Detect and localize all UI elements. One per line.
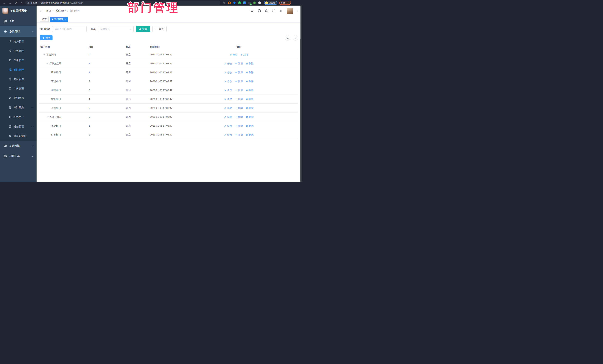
plus-icon (235, 125, 237, 127)
refresh-table-button[interactable] (293, 35, 298, 41)
fullscreen-icon[interactable] (272, 9, 276, 13)
add-child-link[interactable]: 新增 (235, 133, 243, 136)
home-icon[interactable]: ⌂ (19, 1, 24, 4)
status-select[interactable]: 菜单状态 (98, 26, 134, 32)
add-child-link[interactable]: 新增 (235, 124, 243, 128)
delete-link[interactable]: 删除 (246, 133, 254, 136)
edit-link[interactable]: 修改 (224, 115, 232, 119)
reload-icon[interactable]: ⟳ (13, 1, 19, 4)
caret-down-icon[interactable]: ▾ (297, 10, 298, 12)
sidebar-item-home[interactable]: 首页 (0, 16, 36, 26)
back-icon[interactable]: ← (1, 1, 7, 4)
sidebar-item-roles[interactable]: 角色管理 (0, 46, 36, 55)
extension-icon[interactable]: ✓ (238, 1, 241, 4)
edit-link[interactable]: 修改 (224, 98, 232, 101)
table-tools (285, 35, 298, 41)
edit-link[interactable]: 修改 (224, 62, 232, 65)
active-dot (52, 19, 53, 20)
close-icon[interactable]: × (64, 18, 66, 21)
delete-link[interactable]: 删除 (246, 98, 254, 101)
divider (39, 2, 39, 4)
dept-created: 2021-01-05 17:03:47 (148, 124, 180, 127)
sidebar-item-menus[interactable]: 菜单管理 (0, 55, 36, 65)
delete-link[interactable]: 删除 (246, 124, 254, 128)
delete-link[interactable]: 删除 (246, 62, 254, 65)
delete-link[interactable]: 删除 (246, 106, 254, 110)
edit-link[interactable]: 修改 (224, 124, 232, 128)
add-child-link[interactable]: 新增 (235, 115, 243, 119)
help-icon[interactable] (265, 9, 268, 13)
extension-icon[interactable] (253, 1, 256, 4)
edit-link[interactable]: 修改 (230, 53, 237, 56)
extension-icon[interactable] (233, 1, 236, 4)
address-bar[interactable]: ⚠ 不安全 dashboard.yudao.iocoder.cn /system… (25, 0, 220, 5)
extension-icon[interactable] (243, 1, 246, 4)
add-child-link[interactable]: 新增 (235, 71, 243, 74)
update-button[interactable]: 更新 ⋮ (279, 1, 291, 5)
extension-icon[interactable] (228, 1, 231, 4)
expand-chevron-icon[interactable] (46, 116, 49, 118)
edit-link[interactable]: 修改 (224, 71, 232, 74)
breadcrumb-system[interactable]: 系统管理 (55, 9, 66, 13)
tab-home[interactable]: 首页 (40, 17, 49, 22)
menu-dots-icon[interactable]: ⋮ (287, 1, 289, 4)
reset-button[interactable]: 重置 (152, 26, 167, 32)
add-child-link[interactable]: 新增 (235, 106, 243, 110)
font-size-icon[interactable] (279, 9, 283, 13)
security-label[interactable]: 不安全 (30, 1, 37, 4)
sidebar-item-dict[interactable]: 字典管理 (0, 84, 36, 93)
sidebar-item-error-codes[interactable]: 错误码管理 (0, 131, 36, 141)
user-avatar[interactable] (287, 8, 293, 14)
refresh-icon (294, 37, 297, 39)
sidebar-item-system[interactable]: 系统管理 (0, 26, 36, 37)
table-row: 深圳总公司 1 开启 2021-01-05 17:03:47 修改 新增 删除 (39, 59, 298, 68)
search-button[interactable]: 搜索 (136, 26, 150, 32)
delete-link[interactable]: 删除 (246, 71, 254, 74)
sidebar-item-notice[interactable]: 通知公告 (0, 93, 36, 103)
sidebar-item-dev-tools[interactable]: 研发工具 (0, 151, 36, 161)
add-child-link[interactable]: 新增 (235, 62, 243, 65)
search-icon[interactable] (251, 9, 254, 13)
sidebar-item-posts[interactable]: 岗位管理 (0, 75, 36, 84)
add-child-link[interactable]: 新增 (235, 80, 243, 83)
tab-departments[interactable]: 部门管理 × (50, 17, 68, 22)
sidebar-item-online-users[interactable]: 在线用户 (0, 112, 36, 122)
column-header-created: 创建时间 (148, 45, 180, 49)
hamburger-fold-icon[interactable] (39, 9, 43, 13)
add-child-link[interactable]: 新增 (235, 98, 243, 101)
bookmark-star-icon[interactable]: ☆ (223, 1, 225, 4)
forward-icon[interactable]: → (7, 1, 13, 4)
pencil-icon (230, 54, 232, 56)
extension-icon[interactable]: on (248, 1, 251, 4)
toggle-search-button[interactable] (285, 35, 290, 41)
extension-icon[interactable] (258, 1, 261, 4)
sidebar-item-departments[interactable]: 部门管理 (0, 65, 36, 75)
window-scrollbar[interactable] (300, 6, 302, 182)
chevron-down-icon (31, 125, 34, 128)
expand-chevron-icon[interactable] (46, 62, 49, 65)
edit-link[interactable]: 修改 (224, 88, 232, 92)
dashboard-icon (4, 20, 7, 22)
sidebar-item-audit-log[interactable]: 审计日志 (0, 103, 36, 112)
table-row: 财务部门 2 开启 2021-01-05 17:03:47 修改 新增 删除 (39, 130, 298, 139)
edit-link[interactable]: 修改 (224, 133, 232, 136)
edit-link[interactable]: 修改 (224, 80, 232, 83)
browser-profile[interactable]: 已暂停 (264, 1, 278, 5)
expand-chevron-icon[interactable] (43, 53, 46, 56)
delete-link[interactable]: 删除 (246, 88, 254, 92)
app-logo[interactable]: 芋道管理系统 (0, 6, 36, 16)
github-icon[interactable] (258, 9, 261, 13)
add-child-link[interactable]: 新增 (235, 88, 243, 92)
code-icon (9, 134, 12, 137)
dept-name-input[interactable] (52, 26, 87, 32)
sidebar-item-users[interactable]: 用户管理 (0, 37, 36, 46)
edit-link[interactable]: 修改 (224, 106, 232, 110)
sidebar-item-sms[interactable]: 短信管理 (0, 122, 36, 131)
delete-link[interactable]: 删除 (246, 80, 254, 83)
sidebar-item-infrastructure[interactable]: 基础设施 (0, 141, 36, 151)
delete-link[interactable]: 删除 (246, 115, 254, 119)
breadcrumb-home[interactable]: 首页 (46, 9, 51, 13)
add-button[interactable]: 新增 (40, 35, 53, 40)
add-child-link[interactable]: 新增 (241, 53, 248, 56)
dept-order: 2 (87, 80, 124, 83)
